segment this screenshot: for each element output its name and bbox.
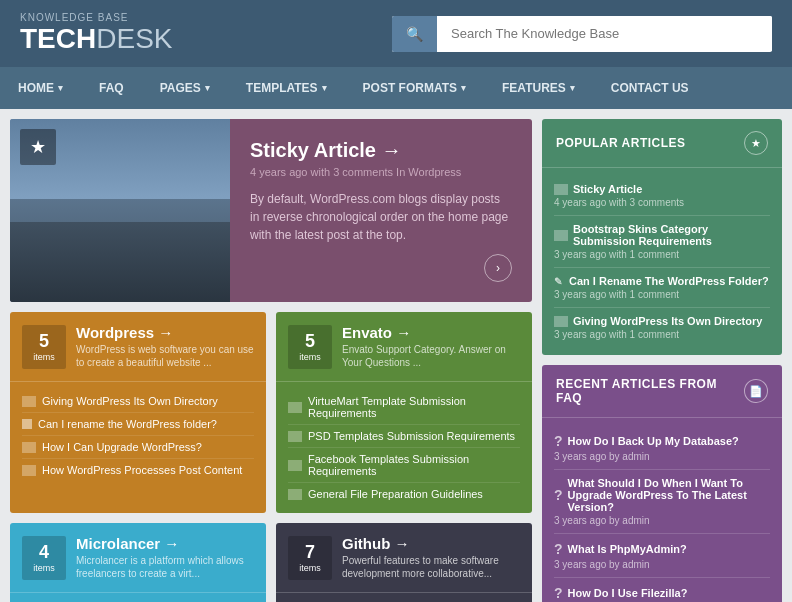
sticky-meta: 4 years ago with 3 comments In Wordpress [250,166,512,178]
list-item[interactable]: How WordPress Processes Post Content [22,459,254,481]
logo-desk: DESK [96,23,172,55]
envato-title[interactable]: Envato → [342,324,520,341]
main-content: ★ Sticky Article → 4 years ago with 3 co… [0,109,792,602]
category-microlancer: 4 items Microlancer → Microlancer is a p… [10,523,266,602]
github-count: 7 items [288,536,332,580]
github-desc: Powerful features to make software devel… [342,554,520,580]
list-item[interactable]: Giving WordPress Its Own Directory 3 yea… [554,308,770,347]
list-item[interactable]: Sticky Article 4 years ago with 3 commen… [554,176,770,216]
folder-icon [288,460,302,471]
nav-features[interactable]: FEATURES ▾ [484,67,593,109]
category-grid-2: 4 items Microlancer → Microlancer is a p… [10,523,532,602]
navbar: HOME ▾ FAQ PAGES ▾ TEMPLATES ▾ POST FORM… [0,67,792,109]
popular-links: Sticky Article 4 years ago with 3 commen… [542,168,782,355]
list-item[interactable]: VirtueMart Template Submission Requireme… [288,390,520,425]
list-item[interactable]: ? What Is PhpMyAdmin? 3 years ago by adm… [554,534,770,578]
folder-icon [22,465,36,476]
sticky-next-button[interactable]: › [484,254,512,282]
folder-icon [22,442,36,453]
folder-icon [288,489,302,500]
list-item[interactable]: How I Can Upgrade WordPress? [22,436,254,459]
chevron-down-icon: ▾ [58,83,63,93]
search-button[interactable]: 🔍 [392,16,437,52]
recent-title: RECENT ARTICLES FROM FAQ [556,377,744,405]
microlancer-count: 4 items [22,536,66,580]
list-item[interactable]: Facebook Templates Submission Requiremen… [288,448,520,483]
sticky-article: ★ Sticky Article → 4 years ago with 3 co… [10,119,532,302]
microlancer-title[interactable]: Microlancer → [76,535,254,552]
folder-icon [288,431,302,442]
logo-subtitle: knowledge base [20,12,172,23]
logo-main: TECH DESK [20,23,172,55]
recent-articles-card: RECENT ARTICLES FROM FAQ 📄 ? How Do I Ba… [542,365,782,602]
list-item[interactable]: ? What Should I Do When I Want To Upgrad… [554,470,770,534]
list-item[interactable]: ? How Do I Use Filezilla? 3 years ago by… [554,578,770,602]
logo-tech: TECH [20,23,96,55]
chevron-down-icon: ▾ [322,83,327,93]
document-icon: 📄 [744,379,768,403]
folder-icon [554,316,568,327]
nav-pages[interactable]: PAGES ▾ [142,67,228,109]
pencil-icon [22,419,32,429]
wordpress-title[interactable]: Wordpress → [76,324,254,341]
sticky-image: ★ [10,119,230,302]
category-envato: 5 items Envato → Envato Support Category… [276,312,532,513]
header: knowledge base TECH DESK 🔍 [0,0,792,67]
recent-header: RECENT ARTICLES FROM FAQ 📄 [542,365,782,417]
folder-icon [22,396,36,407]
popular-title: POPULAR ARTICLES [556,136,686,150]
recent-links: ? How Do I Back Up My Database? 3 years … [542,418,782,602]
nav-faq[interactable]: FAQ [81,67,142,109]
chevron-down-icon: ▾ [205,83,210,93]
wordpress-desc: WordPress is web software you can use to… [76,343,254,369]
category-github: 7 items Github → Powerful features to ma… [276,523,532,602]
envato-links: VirtueMart Template Submission Requireme… [276,382,532,513]
nav-post-formats[interactable]: POST FORMATS ▾ [345,67,484,109]
list-item[interactable]: ? How Do I Back Up My Database? 3 years … [554,426,770,470]
nav-templates[interactable]: TEMPLATES ▾ [228,67,345,109]
logo: knowledge base TECH DESK [20,12,172,55]
search-input[interactable] [437,16,772,51]
sticky-title: Sticky Article → [250,139,512,162]
right-column: POPULAR ARTICLES ★ Sticky Article 4 year… [542,119,782,602]
folder-icon [554,230,568,241]
search-bar: 🔍 [392,16,772,52]
envato-desc: Envato Support Category. Answer on Your … [342,343,520,369]
nav-home[interactable]: HOME ▾ [0,67,81,109]
list-item[interactable]: General File Preparation Guidelines [288,483,520,505]
left-column: ★ Sticky Article → 4 years ago with 3 co… [10,119,532,602]
sticky-body: Sticky Article → 4 years ago with 3 comm… [230,119,532,302]
nav-contact-us[interactable]: CONTACT US [593,67,707,109]
list-item[interactable]: Bootstrap Skins Category Submission Requ… [554,216,770,268]
popular-articles-card: POPULAR ARTICLES ★ Sticky Article 4 year… [542,119,782,355]
folder-icon [288,402,302,413]
list-item[interactable]: Giving WordPress Its Own Directory [22,390,254,413]
list-item[interactable]: ✎ Can I Rename The WordPress Folder? 3 y… [554,268,770,308]
wordpress-count: 5 items [22,325,66,369]
chevron-down-icon: ▾ [570,83,575,93]
list-item[interactable]: Can I rename the WordPress folder? [22,413,254,436]
github-links: What happens when I change my username? [276,593,532,602]
wordpress-links: Giving WordPress Its Own Directory Can I… [10,382,266,489]
star-icon: ★ [744,131,768,155]
microlancer-desc: Microlancer is a platform which allows f… [76,554,254,580]
category-wordpress: 5 items Wordpress → WordPress is web sof… [10,312,266,513]
popular-header: POPULAR ARTICLES ★ [542,119,782,167]
envato-count: 5 items [288,325,332,369]
list-item[interactable]: PSD Templates Submission Requirements [288,425,520,448]
pencil-icon: ✎ [554,276,562,287]
chevron-down-icon: ▾ [461,83,466,93]
github-title[interactable]: Github → [342,535,520,552]
category-grid-1: 5 items Wordpress → WordPress is web sof… [10,312,532,513]
sticky-desc: By default, WordPress.com blogs display … [250,190,512,244]
microlancer-links: Terms of using Microlancer [10,593,266,602]
folder-icon [554,184,568,195]
star-badge: ★ [20,129,56,165]
